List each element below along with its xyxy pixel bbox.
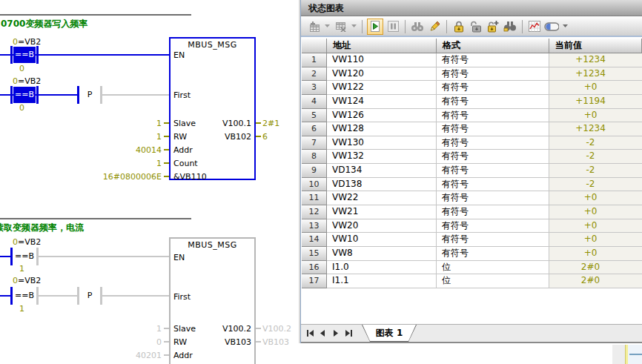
- row-number-cell[interactable]: 16: [302, 261, 327, 275]
- address-cell[interactable]: VW124: [327, 95, 437, 109]
- row-number-cell[interactable]: 8: [302, 150, 327, 164]
- positive-edge-contact[interactable]: P: [77, 287, 102, 305]
- compare-constant[interactable]: 0: [19, 64, 24, 73]
- format-cell[interactable]: 有符号: [437, 136, 549, 150]
- row-number-cell[interactable]: 3: [302, 81, 327, 95]
- row-number-cell[interactable]: 17: [302, 274, 327, 288]
- new-chart-dropdown[interactable]: [323, 19, 331, 34]
- address-cell[interactable]: VW126: [327, 109, 437, 123]
- header-value[interactable]: 当前值: [549, 39, 642, 53]
- current-value-cell[interactable]: 2#0: [549, 274, 642, 288]
- format-cell[interactable]: 有符号: [437, 164, 549, 178]
- address-cell[interactable]: VW8: [327, 247, 437, 261]
- row-number-cell[interactable]: 7: [302, 136, 327, 150]
- param-input-value[interactable]: 1: [85, 324, 162, 334]
- format-cell[interactable]: 有符号: [437, 53, 549, 67]
- format-cell[interactable]: 有符号: [437, 219, 549, 234]
- block-out-operand[interactable]: VB102: [225, 132, 251, 142]
- compare-contact[interactable]: ==B: [10, 46, 39, 64]
- current-value-cell[interactable]: +1234: [549, 53, 642, 67]
- param-input-value[interactable]: 40014: [85, 145, 162, 155]
- address-cell[interactable]: VW132: [327, 150, 437, 164]
- address-cell[interactable]: VW130: [327, 136, 437, 150]
- format-cell[interactable]: 有符号: [437, 247, 549, 261]
- row-number-cell[interactable]: 12: [302, 205, 327, 219]
- param-input-value[interactable]: 1: [85, 159, 162, 168]
- compare-constant[interactable]: 1: [19, 305, 24, 314]
- current-value-cell[interactable]: +0: [549, 109, 642, 123]
- compare-contact[interactable]: ==B: [10, 248, 39, 265]
- current-value-cell[interactable]: +0: [549, 81, 642, 95]
- compare-constant[interactable]: 0: [19, 104, 24, 113]
- param-input-value[interactable]: 1: [85, 132, 162, 142]
- address-cell[interactable]: VW21: [327, 205, 437, 219]
- compare-contact[interactable]: ==B: [10, 86, 39, 104]
- address-cell[interactable]: VW10: [327, 233, 437, 247]
- address-cell[interactable]: I1.1: [327, 274, 437, 288]
- row-number-cell[interactable]: 14: [302, 233, 327, 247]
- delete-chart-button[interactable]: [333, 19, 348, 34]
- row-number-cell[interactable]: 13: [302, 219, 327, 234]
- read-all-button[interactable]: [410, 19, 425, 34]
- write-all-button[interactable]: [427, 19, 442, 34]
- row-number-cell[interactable]: 5: [302, 109, 327, 123]
- format-cell[interactable]: 有符号: [437, 95, 549, 109]
- chart-status-on-button[interactable]: [367, 19, 383, 35]
- address-cell[interactable]: VW120: [327, 67, 437, 82]
- compare-constant[interactable]: 1: [19, 265, 24, 274]
- mbus-msg-block[interactable]: MBUS_MSG EN First Slave V100.1 RW VB102 …: [169, 37, 256, 180]
- block-out-operand[interactable]: V100.2: [222, 324, 251, 334]
- row-number-cell[interactable]: 4: [302, 95, 327, 109]
- network2-rung2-operand-label[interactable]: 0=VB2: [13, 277, 41, 285]
- address-cell[interactable]: VW128: [327, 122, 437, 136]
- row-number-cell[interactable]: 9: [302, 164, 327, 178]
- status-chart-titlebar[interactable]: 状态图表: [301, 0, 642, 16]
- current-value-cell[interactable]: -2: [549, 164, 642, 178]
- address-cell[interactable]: VD138: [327, 178, 437, 192]
- format-cell[interactable]: 有符号: [437, 191, 549, 205]
- format-cell[interactable]: 有符号: [437, 67, 549, 82]
- address-cell[interactable]: VW22: [327, 191, 437, 205]
- format-cell[interactable]: 有符号: [437, 81, 549, 95]
- compare-contact[interactable]: ==B: [10, 287, 39, 305]
- current-value-cell[interactable]: +0: [549, 247, 642, 261]
- format-cell[interactable]: 有符号: [437, 205, 549, 219]
- force-all-button[interactable]: [486, 19, 500, 34]
- address-cell[interactable]: VW110: [327, 53, 437, 67]
- format-cell[interactable]: 有符号: [437, 150, 549, 164]
- mbus-msg-block[interactable]: MBUS_MSG EN First Slave V100.2 RW VB103 …: [169, 237, 256, 364]
- current-value-cell[interactable]: -2: [549, 178, 642, 192]
- format-cell[interactable]: 位: [437, 274, 549, 288]
- format-cell[interactable]: 有符号: [437, 122, 549, 136]
- row-number-cell[interactable]: 2: [302, 67, 327, 82]
- current-value-cell[interactable]: +1194: [549, 95, 642, 109]
- previous-tab-button[interactable]: [317, 327, 329, 340]
- force-button[interactable]: [451, 19, 466, 34]
- address-cell[interactable]: VD134: [327, 164, 437, 178]
- current-value-cell[interactable]: -2: [549, 150, 642, 164]
- current-value-cell[interactable]: -2: [549, 136, 642, 150]
- last-tab-button[interactable]: [342, 327, 354, 340]
- row-number-cell[interactable]: 6: [302, 122, 327, 136]
- next-tab-button[interactable]: [329, 327, 342, 340]
- network1-rung2-operand-label[interactable]: 0=VB2: [13, 77, 41, 86]
- current-value-cell[interactable]: +0: [549, 219, 642, 234]
- address-cell[interactable]: I1.0: [327, 261, 437, 275]
- row-number-cell[interactable]: 1: [302, 53, 327, 67]
- param-input-value[interactable]: 16#0800006E: [85, 172, 162, 182]
- param-input-value[interactable]: 1: [85, 119, 162, 128]
- trend-view-button[interactable]: [527, 19, 542, 34]
- first-tab-button[interactable]: [304, 327, 317, 340]
- current-value-cell[interactable]: +0: [549, 233, 642, 247]
- network2-rung1-operand-label[interactable]: 0=VB2: [13, 238, 41, 247]
- read-forced-button[interactable]: [503, 19, 517, 34]
- address-capsule-button[interactable]: [544, 19, 559, 34]
- unforce-button[interactable]: [469, 19, 483, 34]
- current-value-cell[interactable]: +0: [549, 191, 642, 205]
- param-input-value[interactable]: 40201: [85, 351, 162, 360]
- current-value-cell[interactable]: +1234: [549, 67, 642, 82]
- header-address[interactable]: 地址: [327, 39, 437, 53]
- address-capsule-dropdown[interactable]: [561, 19, 569, 34]
- current-value-cell[interactable]: 2#0: [549, 261, 642, 275]
- format-cell[interactable]: 位: [437, 261, 549, 275]
